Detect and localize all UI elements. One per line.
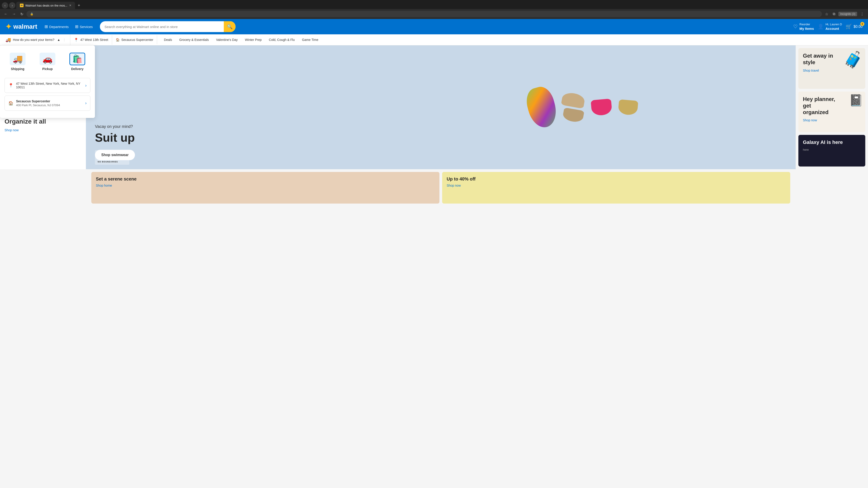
shipping-option[interactable]: 🚚 Shipping bbox=[5, 50, 30, 73]
delivery-label: Delivery bbox=[71, 67, 84, 71]
store-address: 400 Park Pl, Secaucus, NJ 07094 bbox=[16, 103, 85, 107]
delivery-question: How do you want your items? bbox=[13, 38, 55, 41]
cart-icon: 🛒 bbox=[846, 24, 852, 30]
grocery-link[interactable]: Grocery & Essentials bbox=[176, 35, 212, 44]
header-actions: ♡ Reorder My Items 👤 Hi, Lauren D Accoun… bbox=[793, 23, 863, 31]
shipping-icon-container: 🚚 bbox=[10, 53, 26, 65]
url-input[interactable]: walmart.com bbox=[35, 12, 818, 16]
services-grid-icon: ⊞ bbox=[75, 24, 79, 29]
discount-card: Up to 40% off Shop now bbox=[442, 172, 790, 203]
swimsuit-item-3 bbox=[591, 98, 612, 116]
search-button[interactable]: 🔍 bbox=[224, 21, 236, 32]
services-button[interactable]: ⊞ Services bbox=[72, 22, 96, 31]
organize-title: Organize it all bbox=[4, 118, 81, 125]
heart-icon: ♡ bbox=[793, 24, 798, 30]
address-entry[interactable]: 📍 47 West 13th Street, New York, New Yor… bbox=[4, 78, 90, 93]
walmart-logo[interactable]: ✦ walmart bbox=[5, 22, 37, 31]
galaxy-card: Galaxy AI is here here bbox=[798, 135, 865, 166]
right-panels: Get away in style Shop travel 🧳 Hey plan… bbox=[796, 45, 868, 169]
organize-shop-now-link[interactable]: Shop now bbox=[4, 128, 19, 132]
travel-title: Get away in style bbox=[803, 53, 838, 66]
hero-subtitle: Vacay on your mind? bbox=[95, 124, 135, 129]
nav-back-tab[interactable]: ‹ bbox=[2, 2, 8, 8]
swimsuit-item-2 bbox=[562, 93, 585, 122]
pickup-label: Pickup bbox=[42, 67, 53, 71]
delivery-options: 🚚 Shipping 🚗 Pickup 🛍️ bbox=[4, 50, 90, 73]
serene-title: Set a serene scene bbox=[96, 176, 435, 182]
delivery-chevron-icon: ▲ bbox=[57, 38, 60, 41]
lock-icon: 🔒 bbox=[30, 12, 33, 15]
serene-card: Set a serene scene Shop home bbox=[91, 172, 439, 203]
my-items-link[interactable]: ♡ Reorder My Items bbox=[793, 23, 814, 31]
shipping-label: Shipping bbox=[11, 67, 24, 71]
split-view-button[interactable]: ⧉ bbox=[831, 11, 837, 17]
delivery-selector[interactable]: 🚚 How do you want your items? ▲ | bbox=[5, 34, 70, 45]
winter-prep-link[interactable]: Winter Prep bbox=[242, 35, 265, 44]
organizer-title: Hey planner, get organized bbox=[803, 96, 838, 116]
shop-swimwear-button[interactable]: Shop swimwear bbox=[95, 150, 135, 160]
delivery-bag-icon: 🛍️ bbox=[72, 54, 83, 64]
search-bar: 🔍 bbox=[100, 21, 236, 32]
account-icon: 👤 bbox=[817, 24, 824, 30]
account-link[interactable]: 👤 Hi, Lauren D Account bbox=[817, 23, 842, 31]
departments-grid-icon: ⊞ bbox=[44, 24, 48, 29]
address-label: 47 West 13th Street bbox=[80, 38, 108, 41]
organizer-link[interactable]: Shop now bbox=[803, 119, 817, 122]
address-pin-icon: 📍 bbox=[8, 83, 13, 88]
reload-button[interactable]: ↻ bbox=[19, 11, 25, 17]
page-wrapper: ‹ › W Walmart has deals on the mos... ✕ … bbox=[0, 0, 868, 488]
cold-flu-link[interactable]: Cold, Cough & Flu bbox=[266, 35, 298, 44]
bottom-right-spacer bbox=[793, 172, 865, 203]
left-panel: 🚚 Shipping 🚗 Pickup 🛍️ bbox=[0, 45, 86, 169]
new-tab-button[interactable]: + bbox=[76, 2, 82, 9]
bookmark-button[interactable]: ☆ bbox=[824, 11, 830, 17]
discount-link[interactable]: Shop now bbox=[447, 184, 461, 187]
hero-title: Suit up bbox=[95, 131, 135, 144]
bottom-left-spacer bbox=[3, 172, 89, 203]
delivery-icon-container: 🛍️ bbox=[69, 53, 85, 65]
tab-close-button[interactable]: ✕ bbox=[69, 4, 71, 7]
store-selector[interactable]: 🏠 Secaucus Supercenter bbox=[116, 35, 157, 44]
hero-section: Vacay on your mind? Suit up Shop swimwea… bbox=[86, 45, 796, 169]
game-time-link[interactable]: Game Time bbox=[299, 35, 321, 44]
pickup-option[interactable]: 🚗 Pickup bbox=[35, 50, 60, 73]
deals-link[interactable]: Deals bbox=[161, 35, 175, 44]
back-button[interactable]: ← bbox=[3, 11, 9, 17]
browser-chrome: ‹ › W Walmart has deals on the mos... ✕ … bbox=[0, 0, 868, 19]
main-row: 🚚 Shipping 🚗 Pickup 🛍️ bbox=[0, 45, 868, 169]
delivery-option[interactable]: 🛍️ Delivery bbox=[65, 50, 90, 73]
location-selector[interactable]: 📍 47 West 13th Street bbox=[74, 35, 112, 45]
galaxy-subtitle: here bbox=[803, 148, 861, 151]
forward-button[interactable]: → bbox=[11, 11, 17, 17]
more-options-button[interactable]: ⋮ bbox=[859, 11, 865, 17]
store-label: Secaucus Supercenter bbox=[121, 38, 153, 41]
valentines-link[interactable]: Valentine's Day bbox=[213, 35, 241, 44]
delivery-truck-icon: 🚚 bbox=[5, 37, 11, 42]
incognito-badge[interactable]: Incognito (3) bbox=[838, 12, 857, 16]
walmart-page: ✦ walmart ⊞ Departments ⊞ Services 🔍 bbox=[0, 19, 868, 206]
search-icon: 🔍 bbox=[227, 24, 232, 29]
tab-title: Walmart has deals on the mos... bbox=[25, 4, 67, 7]
active-tab[interactable]: W Walmart has deals on the mos... ✕ bbox=[16, 2, 75, 9]
delivery-dropdown: 🚚 Shipping 🚗 Pickup 🛍️ bbox=[0, 45, 95, 118]
notebook-image: 📓 bbox=[849, 94, 863, 107]
tab-favicon: W bbox=[20, 4, 24, 7]
pickup-icon-container: 🚗 bbox=[39, 53, 55, 65]
location-pin-icon: 📍 bbox=[74, 38, 79, 42]
store-entry[interactable]: 🏠 Secaucus Supercenter 400 Park Pl, Seca… bbox=[4, 96, 90, 111]
header-nav: ⊞ Departments ⊞ Services bbox=[42, 22, 95, 31]
address-bar[interactable]: 🔒 walmart.com bbox=[26, 11, 822, 17]
hero-image-area bbox=[370, 45, 796, 169]
store-icon: 🏠 bbox=[116, 38, 120, 41]
nav-links: Deals Grocery & Essentials Valentine's D… bbox=[161, 35, 321, 44]
account-label: Account bbox=[826, 26, 842, 31]
nav-bar: ← → ↻ 🔒 walmart.com ☆ ⧉ Incognito (3) ⋮ bbox=[0, 9, 868, 19]
cart-link[interactable]: 🛒 0 $0.00 bbox=[846, 24, 863, 30]
reorder-label: Reorder bbox=[800, 23, 810, 26]
serene-link[interactable]: Shop home bbox=[96, 184, 112, 187]
departments-button[interactable]: ⊞ Departments bbox=[42, 22, 71, 31]
organize-section: Organize it all Shop now bbox=[4, 118, 81, 132]
nav-forward-tab[interactable]: › bbox=[9, 2, 16, 8]
search-input[interactable] bbox=[100, 22, 224, 31]
travel-link[interactable]: Shop travel bbox=[803, 69, 819, 72]
